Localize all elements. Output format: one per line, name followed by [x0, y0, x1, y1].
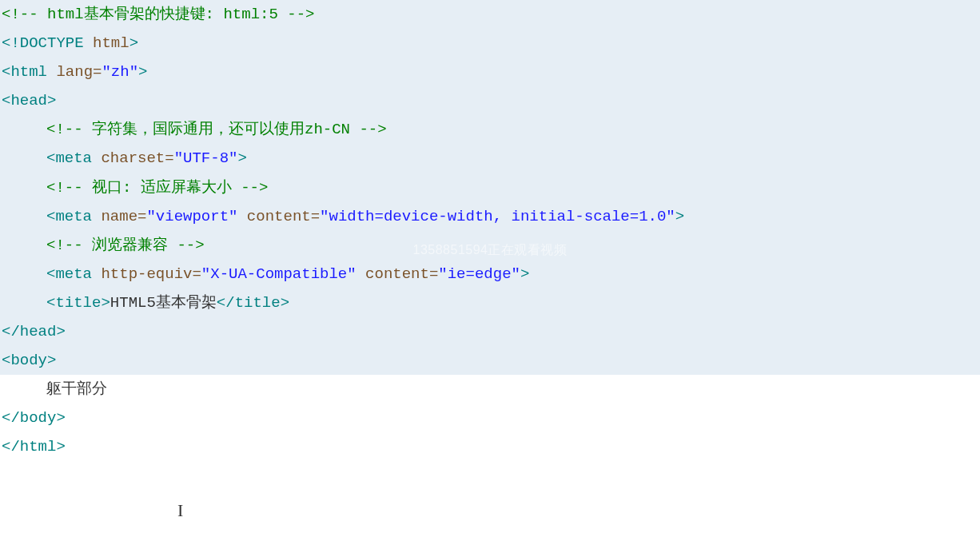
code-line: <meta charset="UTF-8">: [0, 144, 980, 173]
code-line: <!-- html基本骨架的快捷键: html:5 -->: [0, 0, 980, 29]
code-line: <meta http-equiv="X-UA-Compatible" conte…: [0, 260, 980, 288]
code-line: <!-- 字符集，国际通用，还可以使用zh-CN -->: [0, 115, 980, 144]
code-line: <meta name="viewport" content="width=dev…: [0, 202, 980, 231]
code-editor[interactable]: <!-- html基本骨架的快捷键: html:5 --> <!DOCTYPE …: [0, 0, 980, 549]
code-line: <body>: [0, 346, 980, 375]
code-line: <head>: [0, 86, 980, 115]
code-line: <!DOCTYPE html>: [0, 29, 980, 58]
code-line: <title>HTML5基本骨架</title>: [0, 288, 980, 317]
code-line: </body>: [0, 404, 980, 432]
code-line: <html lang="zh">: [0, 58, 980, 86]
code-line: 躯干部分: [0, 375, 980, 404]
code-line: <!-- 视口: 适应屏幕大小 -->: [0, 173, 980, 202]
code-line: <!-- 浏览器兼容 -->: [0, 231, 980, 260]
code-line: </html>: [0, 432, 980, 461]
comment-text: <!-- html基本骨架的快捷键: html:5 -->: [2, 6, 314, 23]
code-line: </head>: [0, 317, 980, 346]
